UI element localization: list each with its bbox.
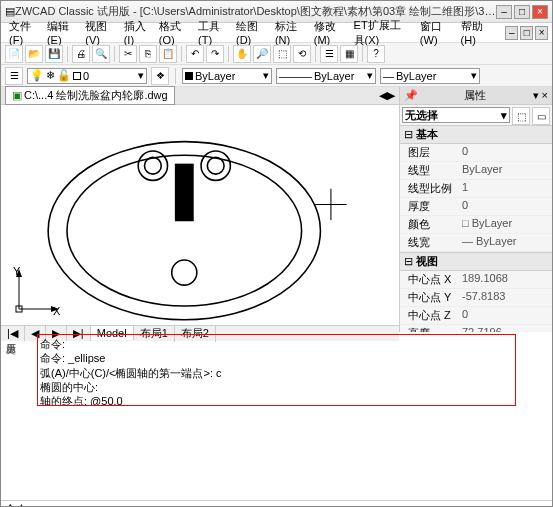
drawing-canvas[interactable]: YX [1, 105, 399, 325]
cut-icon[interactable]: ✂ [119, 45, 137, 63]
quick-select-icon[interactable]: ⬚ [512, 107, 530, 125]
minimize-button[interactable]: – [496, 5, 512, 19]
prop-key: 线型 [400, 162, 460, 179]
properties-icon[interactable]: ☰ [320, 45, 338, 63]
prop-group[interactable]: 基本 [400, 125, 552, 144]
redo-icon[interactable]: ↷ [206, 45, 224, 63]
toolbar-layers: ☰ 💡 ❄ 🔓 0 ▾ ❖ ByLayer ▾ ———ByLayer ▾ —By… [1, 65, 552, 87]
freeze-icon: ❄ [46, 69, 55, 82]
menu-tools[interactable]: 工具(T) [194, 17, 230, 48]
copy-icon[interactable]: ⎘ [139, 45, 157, 63]
chevron-down-icon: ▾ [501, 109, 507, 122]
new-icon[interactable]: 📄 [5, 45, 23, 63]
prop-row[interactable]: 颜色□ ByLayer [400, 216, 552, 234]
menu-file[interactable]: 文件(F) [5, 17, 41, 48]
prop-key: 中心点 Y [400, 289, 460, 306]
color-combo[interactable]: ByLayer ▾ [182, 68, 272, 84]
command-prompt: 命令: [5, 502, 30, 507]
pan-icon[interactable]: ✋ [233, 45, 251, 63]
tab-scroll-right[interactable]: ▶ [387, 89, 395, 102]
maximize-button[interactable]: □ [514, 5, 530, 19]
properties-selection-row: 无选择 ▾ ⬚ ▭ [400, 105, 552, 125]
menu-draw[interactable]: 绘图(D) [232, 17, 269, 48]
select-objects-icon[interactable]: ▭ [532, 107, 550, 125]
prop-value: 72.7196 [460, 325, 552, 332]
file-icon: ▣ [12, 89, 22, 102]
prop-row[interactable]: 图层0 [400, 144, 552, 162]
design-center-icon[interactable]: ▦ [340, 45, 358, 63]
prop-row[interactable]: 中心点 X189.1068 [400, 271, 552, 289]
prop-value: 1 [460, 180, 552, 197]
svg-point-3 [138, 151, 167, 180]
prop-group[interactable]: 视图 [400, 252, 552, 271]
layer-combo[interactable]: 💡 ❄ 🔓 0 ▾ [27, 68, 147, 84]
prop-row[interactable]: 线型ByLayer [400, 162, 552, 180]
prop-row[interactable]: 中心点 Z0 [400, 307, 552, 325]
prop-key: 中心点 X [400, 271, 460, 288]
close-button[interactable]: × [532, 5, 548, 19]
layer-manager-icon[interactable]: ☰ [5, 67, 23, 85]
command-history-line: 弧(A)/中心(C)/<椭圆轴的第一端点>: c [40, 366, 513, 380]
menu-view[interactable]: 视图(V) [81, 17, 117, 48]
layer-prev-icon[interactable]: ❖ [151, 67, 169, 85]
prop-row[interactable]: 线宽— ByLayer [400, 234, 552, 252]
command-input[interactable] [30, 504, 532, 508]
linetype-combo[interactable]: ———ByLayer ▾ [276, 68, 376, 84]
cmd-scroll-left[interactable]: ◀ [532, 503, 540, 507]
open-icon[interactable]: 📂 [25, 45, 43, 63]
save-icon[interactable]: 💾 [45, 45, 63, 63]
undo-icon[interactable]: ↶ [186, 45, 204, 63]
command-history-line: 轴的终点: @50,0 [40, 394, 513, 406]
menu-help[interactable]: 帮助(H) [457, 17, 494, 48]
file-tab-active[interactable]: ▣ C:\...4 绘制洗脸盆内轮廓.dwg [5, 86, 175, 105]
doc-restore-button[interactable]: □ [520, 26, 533, 40]
zoom-prev-icon[interactable]: ⟲ [293, 45, 311, 63]
preview-icon[interactable]: 🔍 [92, 45, 110, 63]
tab-scroll-left[interactable]: ◀ [379, 89, 387, 102]
color-swatch [185, 72, 193, 80]
command-history-line: 命令: [40, 337, 513, 351]
prop-row[interactable]: 线型比例1 [400, 180, 552, 198]
print-icon[interactable]: 🖨 [72, 45, 90, 63]
ucs-icon: YX [11, 267, 61, 317]
panel-menu-icon[interactable]: ▾ [533, 89, 539, 101]
menu-modify[interactable]: 修改(M) [310, 17, 348, 48]
main-area: ▣ C:\...4 绘制洗脸盆内轮廓.dwg ◀ ▶ [1, 87, 552, 332]
doc-close-button[interactable]: × [535, 26, 548, 40]
command-history-line: 椭圆的中心: [40, 380, 513, 394]
properties-header: 📌 属性 ▾ × [400, 87, 552, 105]
svg-text:X: X [53, 305, 61, 317]
menu-edit[interactable]: 编辑(E) [43, 17, 79, 48]
properties-grid[interactable]: 基本图层0线型ByLayer线型比例1厚度0颜色□ ByLayer线宽— ByL… [400, 125, 552, 332]
cmd-scroll-right[interactable]: ▶ [540, 503, 548, 507]
prop-value: — ByLayer [460, 234, 552, 251]
chevron-down-icon: ▾ [471, 69, 477, 82]
layer-color-swatch [73, 72, 81, 80]
pin-icon[interactable]: 📌 [404, 89, 418, 102]
svg-text:Y: Y [13, 267, 21, 277]
menu-insert[interactable]: 插入(I) [120, 17, 153, 48]
command-history[interactable]: 命令:命令: _ellipse弧(A)/中心(C)/<椭圆轴的第一端点>: c椭… [37, 334, 516, 406]
prop-key: 中心点 Z [400, 307, 460, 324]
doc-minimize-button[interactable]: – [505, 26, 518, 40]
paste-icon[interactable]: 📋 [159, 45, 177, 63]
help-icon[interactable]: ? [367, 45, 385, 63]
zoom-window-icon[interactable]: ⬚ [273, 45, 291, 63]
prop-value: 0 [460, 144, 552, 161]
prop-value: □ ByLayer [460, 216, 552, 233]
prop-row[interactable]: 厚度0 [400, 198, 552, 216]
panel-close-icon[interactable]: × [542, 89, 548, 101]
menu-dim[interactable]: 标注(N) [271, 17, 308, 48]
menu-window[interactable]: 窗口(W) [416, 17, 455, 48]
chevron-down-icon: ▾ [263, 69, 269, 82]
zoom-icon[interactable]: 🔎 [253, 45, 271, 63]
lineweight-combo[interactable]: —ByLayer ▾ [380, 68, 480, 84]
prop-row[interactable]: 中心点 Y-57.8183 [400, 289, 552, 307]
menu-format[interactable]: 格式(O) [155, 17, 192, 48]
prop-value: 0 [460, 307, 552, 324]
prop-key: 线型比例 [400, 180, 460, 197]
prop-key: 厚度 [400, 198, 460, 215]
prop-row[interactable]: 高度72.7196 [400, 325, 552, 332]
prop-value: 189.1068 [460, 271, 552, 288]
selection-combo[interactable]: 无选择 ▾ [402, 107, 510, 123]
